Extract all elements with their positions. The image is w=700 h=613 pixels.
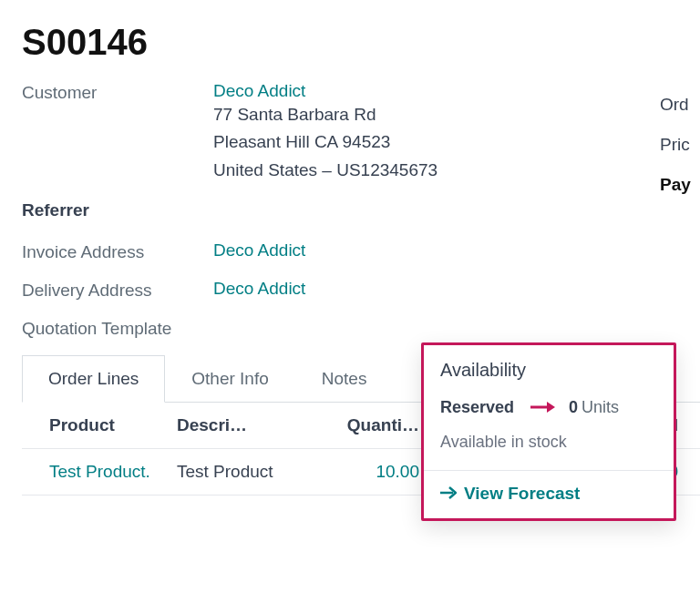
customer-address-line: United States – US12345673 bbox=[213, 157, 438, 184]
tab-other-info[interactable]: Other Info bbox=[165, 355, 295, 402]
order-code: S00146 bbox=[22, 22, 700, 63]
delivery-address-row: Delivery Address Deco Addict bbox=[22, 279, 700, 301]
delivery-address-label: Delivery Address bbox=[22, 279, 213, 301]
arrow-right-icon bbox=[440, 484, 457, 504]
quotation-template-row: Quotation Template bbox=[22, 317, 700, 339]
cell-product[interactable]: Test Product. bbox=[49, 462, 177, 482]
reserved-value: 0 bbox=[569, 398, 578, 417]
tab-order-lines[interactable]: Order Lines bbox=[22, 355, 165, 403]
reserved-units: Units bbox=[582, 398, 619, 417]
tab-notes[interactable]: Notes bbox=[295, 355, 394, 402]
view-forecast-label: View Forecast bbox=[464, 484, 580, 504]
arrow-right-icon bbox=[530, 397, 556, 418]
invoice-address-row: Invoice Address Deco Addict bbox=[22, 240, 700, 262]
customer-address-line: Pleasant Hill CA 94523 bbox=[213, 128, 438, 156]
invoice-address-link[interactable]: Deco Addict bbox=[213, 240, 305, 261]
availability-title: Availability bbox=[440, 360, 657, 381]
right-label-order: Ord bbox=[660, 95, 700, 115]
stock-line: Available in stock bbox=[440, 433, 657, 452]
customer-link[interactable]: Deco Addict bbox=[213, 81, 438, 101]
right-label-pay: Pay bbox=[660, 175, 700, 195]
customer-label: Customer bbox=[22, 81, 213, 103]
view-forecast-link[interactable]: View Forecast bbox=[440, 484, 580, 504]
th-product[interactable]: Product bbox=[49, 415, 177, 435]
availability-popover: Availability Reserved 0 Units Available … bbox=[421, 342, 676, 521]
reserved-label: Reserved bbox=[440, 398, 514, 417]
right-cut-labels: Ord Pric Pay bbox=[660, 95, 700, 215]
customer-address-line: 77 Santa Barbara Rd bbox=[213, 101, 438, 128]
referrer-label: Referrer bbox=[22, 200, 700, 220]
invoice-address-label: Invoice Address bbox=[22, 240, 213, 262]
reserved-line: Reserved 0 Units bbox=[440, 397, 657, 418]
right-label-price: Pric bbox=[660, 135, 700, 155]
cell-description: Test Product bbox=[177, 462, 314, 482]
th-description[interactable]: Descri… bbox=[177, 415, 314, 435]
delivery-address-link[interactable]: Deco Addict bbox=[213, 279, 305, 299]
customer-row: Customer Deco Addict 77 Santa Barbara Rd… bbox=[22, 81, 700, 184]
quotation-template-label: Quotation Template bbox=[22, 317, 213, 339]
